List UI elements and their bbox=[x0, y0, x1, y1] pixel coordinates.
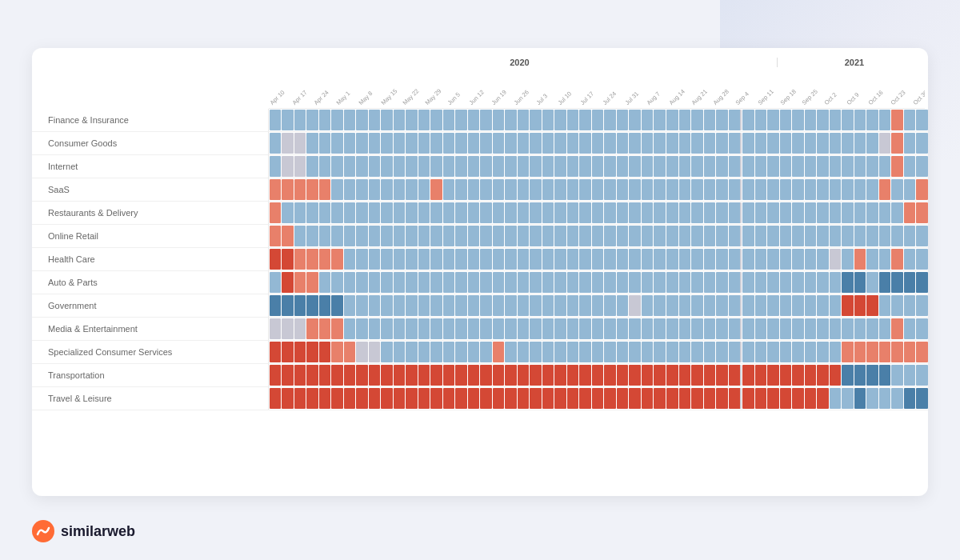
heatmap-cell bbox=[866, 202, 878, 223]
heatmap-cell bbox=[493, 156, 505, 177]
heatmap-cell bbox=[356, 226, 368, 246]
heatmap-cell bbox=[916, 295, 928, 316]
date-label: Sep 25 bbox=[801, 88, 819, 106]
heatmap-cell bbox=[916, 110, 928, 130]
date-label: Apr 10 bbox=[269, 89, 286, 106]
heatmap-cell bbox=[891, 179, 903, 200]
heatmap-cell bbox=[306, 342, 318, 362]
heatmap-cell bbox=[879, 133, 891, 154]
heatmap-cell bbox=[381, 295, 393, 316]
heatmap-cell bbox=[805, 272, 817, 293]
heatmap-cell bbox=[294, 388, 306, 409]
heatmap-cell bbox=[704, 156, 716, 177]
heatmap-cell bbox=[780, 133, 792, 154]
heatmap-cell bbox=[344, 179, 356, 200]
heatmap-cell bbox=[592, 179, 604, 200]
heatmap-cell bbox=[805, 179, 817, 200]
heatmap-cell bbox=[430, 318, 442, 339]
heatmap-cell bbox=[629, 202, 641, 223]
heatmap-cell bbox=[294, 318, 306, 339]
heatmap-cell bbox=[742, 318, 754, 339]
row-label: Internet bbox=[32, 155, 269, 178]
heatmap-cell bbox=[518, 202, 530, 223]
heatmap-cell bbox=[904, 342, 916, 362]
heatmap-cell bbox=[704, 249, 716, 270]
heatmap-cell bbox=[430, 156, 442, 177]
heatmap-cell bbox=[592, 202, 604, 223]
heatmap-cell bbox=[394, 133, 406, 154]
heatmap-cell bbox=[394, 226, 406, 246]
heatmap-cell bbox=[729, 342, 742, 362]
heatmap-cell bbox=[394, 156, 406, 177]
heatmap-cell bbox=[331, 365, 343, 386]
heatmap-cell bbox=[654, 365, 666, 386]
row-label: Finance & Insurance bbox=[32, 109, 269, 131]
heatmap-cell bbox=[742, 388, 754, 409]
heatmap-cell bbox=[418, 365, 430, 386]
heatmap-cell bbox=[530, 110, 542, 130]
heatmap-cell bbox=[792, 156, 804, 177]
heatmap-cell bbox=[480, 249, 492, 270]
heatmap-cell bbox=[394, 342, 406, 362]
row-label: Specialized Consumer Services bbox=[32, 341, 269, 363]
heatmap-cell bbox=[493, 110, 505, 130]
heatmap-cell bbox=[592, 342, 604, 362]
row-label: SaaS bbox=[32, 178, 269, 201]
heatmap-cell bbox=[344, 226, 356, 246]
heatmap-cell bbox=[369, 133, 381, 154]
heatmap-row: Internet bbox=[32, 155, 928, 178]
heatmap-cell bbox=[430, 179, 442, 200]
heatmap-cell bbox=[331, 295, 343, 316]
heatmap-cell bbox=[394, 318, 406, 339]
heatmap-cell bbox=[729, 295, 742, 316]
heatmap-cell bbox=[767, 156, 779, 177]
heatmap-cell bbox=[530, 295, 542, 316]
heatmap-cell bbox=[679, 295, 691, 316]
heatmap-cell bbox=[282, 249, 294, 270]
heatmap-cell bbox=[430, 202, 442, 223]
similarweb-logo-icon bbox=[32, 520, 54, 542]
heatmap-cell bbox=[891, 156, 903, 177]
heatmap-cell bbox=[866, 133, 878, 154]
heatmap-cell bbox=[866, 388, 878, 409]
heatmap-cell bbox=[554, 318, 566, 339]
heatmap-cell bbox=[369, 318, 381, 339]
heatmap-cell bbox=[604, 388, 616, 409]
heatmap-cell bbox=[418, 249, 430, 270]
heatmap-cell bbox=[629, 226, 641, 246]
heatmap-cell bbox=[554, 342, 566, 362]
heatmap-cell bbox=[755, 179, 767, 200]
heatmap-cell bbox=[567, 202, 579, 223]
date-label: May 15 bbox=[380, 87, 398, 106]
heatmap-cell bbox=[629, 295, 641, 316]
heatmap-cell bbox=[567, 388, 579, 409]
year-2021-label: 2021 bbox=[778, 58, 925, 67]
heatmap-cell bbox=[904, 179, 916, 200]
heatmap-cell bbox=[518, 110, 530, 130]
heatmap-cell bbox=[418, 179, 430, 200]
heatmap-cell bbox=[455, 133, 467, 154]
heatmap-cell bbox=[854, 110, 866, 130]
heatmap-cell bbox=[817, 365, 829, 386]
heatmap-cell bbox=[780, 365, 792, 386]
heatmap-cell bbox=[691, 110, 703, 130]
heatmap-cell bbox=[817, 202, 829, 223]
heatmap-cell bbox=[579, 365, 591, 386]
heatmap-cell bbox=[455, 179, 467, 200]
heatmap-cell bbox=[468, 249, 480, 270]
heatmap-cell bbox=[704, 295, 716, 316]
heatmap-cell bbox=[642, 272, 654, 293]
heatmap-cell bbox=[817, 133, 829, 154]
heatmap-cell bbox=[542, 342, 554, 362]
heatmap-cell bbox=[904, 226, 916, 246]
heatmap-cell bbox=[381, 342, 393, 362]
heatmap-cell bbox=[493, 249, 505, 270]
heatmap-cell bbox=[282, 179, 294, 200]
heatmap-cell bbox=[505, 133, 517, 154]
heatmap-cell bbox=[381, 272, 393, 293]
heatmap-cell bbox=[542, 365, 554, 386]
heatmap-cell bbox=[666, 295, 678, 316]
heatmap-cell bbox=[691, 272, 703, 293]
heatmap-cell bbox=[518, 295, 530, 316]
heatmap-cell bbox=[767, 342, 779, 362]
